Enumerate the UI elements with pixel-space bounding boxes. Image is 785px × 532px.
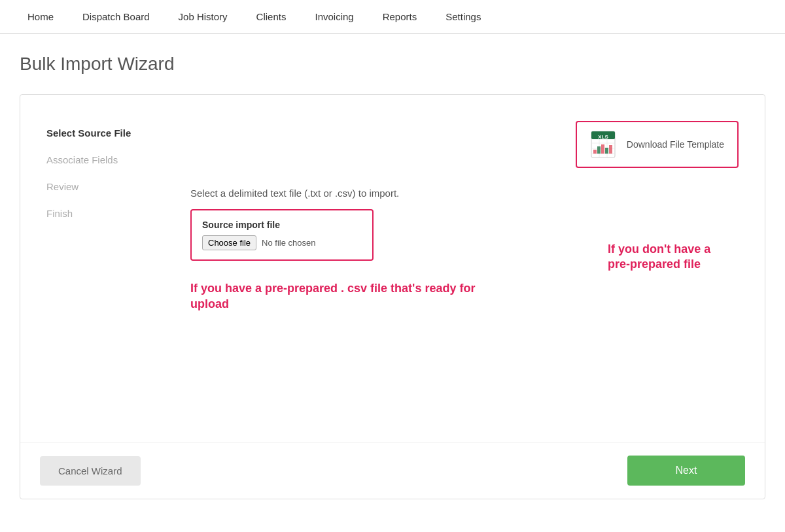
wizard-main: XLS xyxy=(177,114,752,422)
wizard-card: Select Source File Associate Fields Revi… xyxy=(20,94,765,499)
nav-settings[interactable]: Settings xyxy=(431,0,495,34)
step-select-source-file[interactable]: Select Source File xyxy=(46,127,171,139)
svg-rect-8 xyxy=(593,150,597,154)
choose-file-button[interactable]: Choose file xyxy=(202,235,256,250)
no-file-text: No file chosen xyxy=(262,238,315,248)
svg-rect-9 xyxy=(597,146,601,154)
nav-home[interactable]: Home xyxy=(13,0,68,34)
nav-dispatch-board[interactable]: Dispatch Board xyxy=(68,0,164,34)
page-container: Bulk Import Wizard Select Source File As… xyxy=(0,34,785,512)
download-template-area: XLS xyxy=(576,121,739,168)
svg-rect-12 xyxy=(609,145,612,154)
step-finish[interactable]: Finish xyxy=(46,208,171,219)
source-file-label: Source import file xyxy=(202,220,362,230)
step-associate-fields[interactable]: Associate Fields xyxy=(46,154,171,165)
svg-text:XLS: XLS xyxy=(598,134,608,140)
top-row: XLS xyxy=(190,121,739,181)
wizard-footer: Cancel Wizard Next xyxy=(20,442,765,499)
file-input-row: Choose file No file chosen xyxy=(202,235,362,250)
nav-job-history[interactable]: Job History xyxy=(164,0,242,34)
annotation-right: If you don't have a pre-prepared file xyxy=(608,242,732,273)
svg-rect-10 xyxy=(601,144,604,154)
step-review[interactable]: Review xyxy=(46,181,171,192)
nav-reports[interactable]: Reports xyxy=(368,0,432,34)
wizard-body: Select Source File Associate Fields Revi… xyxy=(20,95,765,442)
top-nav: Home Dispatch Board Job History Clients … xyxy=(0,0,785,34)
source-file-box: Source import file Choose file No file c… xyxy=(190,209,374,261)
next-button[interactable]: Next xyxy=(627,456,745,486)
cancel-wizard-button[interactable]: Cancel Wizard xyxy=(40,456,141,486)
download-label: Download File Template xyxy=(627,139,724,150)
nav-clients[interactable]: Clients xyxy=(242,0,301,34)
wizard-sidebar: Select Source File Associate Fields Revi… xyxy=(33,114,177,422)
svg-rect-11 xyxy=(605,148,608,154)
xls-icon: XLS xyxy=(590,130,619,159)
nav-invoicing[interactable]: Invoicing xyxy=(300,0,368,34)
download-template-button[interactable]: XLS xyxy=(576,121,739,168)
annotation-bottom: If you have a pre-prepared . csv file th… xyxy=(190,280,478,312)
select-file-text: Select a delimited text file (.txt or .c… xyxy=(190,188,739,199)
page-title: Bulk Import Wizard xyxy=(20,54,765,75)
